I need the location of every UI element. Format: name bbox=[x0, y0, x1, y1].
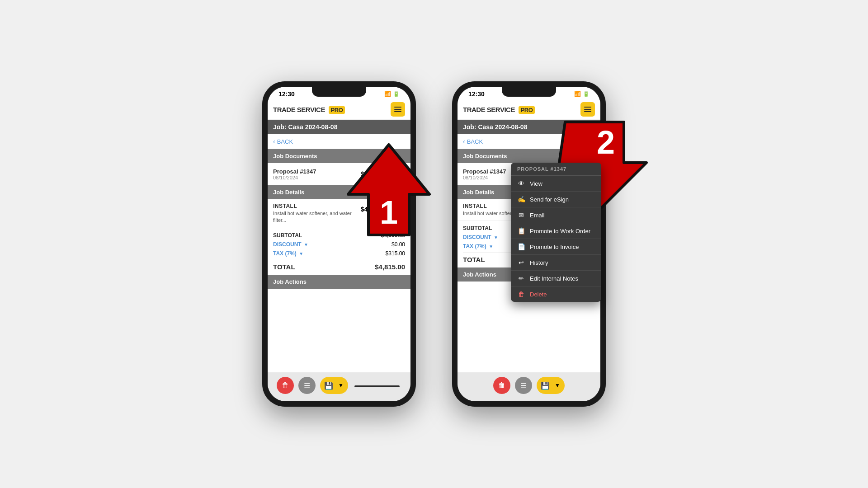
chevron-down-icon-1: ▼ bbox=[338, 382, 344, 389]
proposal-number-1: Proposal #1347 bbox=[273, 168, 316, 175]
job-actions-label-2: Job Actions bbox=[463, 271, 496, 278]
email-label: Email bbox=[530, 212, 545, 219]
phone-2: 12:30 📶 🔋 TRADE SERVICE PRO bbox=[452, 81, 606, 407]
discount-arrow-icon-1: ▼ bbox=[304, 242, 308, 247]
list-icon-2: ☰ bbox=[520, 381, 527, 390]
grand-total-label-1: TOTAL bbox=[273, 263, 295, 271]
grand-total-label-2: TOTAL bbox=[463, 256, 485, 263]
context-menu-email[interactable]: ✉ Email bbox=[511, 207, 601, 223]
save-dropdown-button-1[interactable]: ▼ bbox=[334, 377, 348, 394]
context-menu: PROPOSAL #1347 👁 View ✍ Send for eSign ✉… bbox=[511, 163, 601, 302]
tax-label-2: TAX (7%) ▼ bbox=[463, 243, 493, 249]
back-chevron-icon-1: ‹ bbox=[273, 138, 275, 145]
tax-label-1: TAX (7%) ▼ bbox=[273, 250, 303, 257]
save-group-1: 💾 ▼ bbox=[320, 377, 348, 394]
tax-value-1: $315.00 bbox=[386, 250, 405, 257]
time-1: 12:30 bbox=[278, 90, 295, 98]
context-menu-delete[interactable]: 🗑 Delete bbox=[511, 286, 601, 302]
esign-icon: ✍ bbox=[517, 196, 525, 203]
tax-arrow-icon-1: ▼ bbox=[299, 251, 303, 256]
bottom-toolbar-1: 🗑 ☰ 💾 ▼ bbox=[268, 372, 410, 401]
menu-button-2[interactable] bbox=[580, 102, 595, 117]
three-dots-icon-1 bbox=[396, 174, 402, 175]
context-menu-promote-wo[interactable]: 📋 Promote to Work Order bbox=[511, 223, 601, 239]
list-icon-1: ☰ bbox=[304, 381, 310, 390]
install-label-1: INSTALL bbox=[273, 203, 361, 209]
app-name-1: TRADE SERVICE bbox=[273, 106, 325, 113]
context-menu-view[interactable]: 👁 View bbox=[511, 176, 601, 192]
discount-row-1: DISCOUNT ▼ $0.00 bbox=[273, 240, 405, 249]
content-1: Job Documents Proposal #1347 08/10/2024 … bbox=[268, 149, 410, 372]
job-title-text-1: Job: Casa 2024-08-08 bbox=[273, 123, 337, 131]
save-group-2: 💾 ▼ bbox=[537, 377, 565, 394]
app-header-1: TRADE SERVICE PRO bbox=[268, 99, 410, 120]
phone-1: 12:30 📶 🔋 TRADE SERVICE PRO bbox=[262, 81, 416, 407]
proposal-amount-1: $4,815.00 bbox=[361, 170, 389, 178]
list-button-1[interactable]: ☰ bbox=[298, 377, 316, 394]
install-row-1: INSTALL Install hot water softener, and … bbox=[268, 199, 410, 228]
job-documents-header-2: Job Documents bbox=[458, 149, 600, 163]
context-menu-title: PROPOSAL #1347 bbox=[511, 163, 601, 176]
discount-value-1: $0.00 bbox=[392, 241, 405, 248]
wifi-icon-1: 📶 bbox=[384, 91, 391, 97]
install-amount-area-1: $4,500.00 bbox=[361, 203, 405, 216]
delete-button-2[interactable]: 🗑 bbox=[493, 377, 510, 394]
menu-button-1[interactable] bbox=[391, 102, 405, 117]
edit-notes-icon: ✏ bbox=[517, 275, 525, 282]
delete-icon: 🗑 bbox=[517, 291, 525, 298]
context-menu-promote-inv[interactable]: 📄 Promote to Invoice bbox=[511, 239, 601, 255]
promote-inv-label: Promote to Invoice bbox=[530, 244, 579, 250]
app-name-2: TRADE SERVICE bbox=[463, 106, 515, 113]
delete-button-1[interactable]: 🗑 bbox=[277, 377, 294, 394]
battery-icon-1: 🔋 bbox=[393, 91, 400, 97]
proposal-date-1: 08/10/2024 bbox=[273, 175, 316, 180]
back-label-2: BACK bbox=[467, 138, 483, 145]
subtotal-value-1: $4,500.00 bbox=[381, 232, 405, 239]
list-button-2[interactable]: ☰ bbox=[515, 377, 532, 394]
context-menu-esign[interactable]: ✍ Send for eSign bbox=[511, 192, 601, 207]
job-documents-label-2: Job Documents bbox=[463, 153, 507, 160]
view-label: View bbox=[530, 180, 542, 187]
view-icon: 👁 bbox=[517, 180, 525, 187]
back-nav-2[interactable]: ‹ BACK bbox=[458, 134, 600, 149]
totals-section-1: SUBTOTAL $4,500.00 DISCOUNT ▼ $0.00 TAX … bbox=[268, 228, 410, 275]
install-dots-button-1[interactable] bbox=[392, 203, 405, 216]
promote-inv-icon: 📄 bbox=[517, 243, 525, 250]
job-details-label-1: Job Details bbox=[273, 189, 304, 196]
job-actions-label-1: Job Actions bbox=[273, 278, 307, 285]
promote-wo-label: Promote to Work Order bbox=[530, 228, 590, 235]
context-menu-history[interactable]: ↩ History bbox=[511, 255, 601, 271]
proposal-row-1: Proposal #1347 08/10/2024 $4,815.00 bbox=[268, 163, 410, 185]
esign-label: Send for eSign bbox=[530, 196, 569, 203]
install-dots-icon-1 bbox=[396, 209, 402, 210]
pro-badge-2: PRO bbox=[519, 106, 535, 114]
discount-label-1: DISCOUNT ▼ bbox=[273, 241, 308, 248]
app-logo-2: TRADE SERVICE PRO bbox=[463, 106, 535, 113]
edit-notes-label: Edit Internal Notes bbox=[530, 275, 578, 282]
proposal-number-2: Proposal #1347 bbox=[463, 168, 506, 175]
promote-wo-icon: 📋 bbox=[517, 227, 525, 235]
phone-shell-2: 12:30 📶 🔋 TRADE SERVICE PRO bbox=[452, 81, 606, 407]
back-nav-1[interactable]: ‹ BACK bbox=[268, 134, 410, 149]
proposal-dots-button-1[interactable] bbox=[392, 168, 405, 180]
history-icon: ↩ bbox=[517, 259, 525, 266]
discount-arrow-icon-2: ▼ bbox=[494, 235, 498, 240]
job-title-text-2: Job: Casa 2024-08-08 bbox=[463, 123, 527, 131]
hamburger-icon-1 bbox=[394, 107, 401, 112]
job-details-header-1: Job Details bbox=[268, 185, 410, 199]
notch-2 bbox=[502, 87, 556, 97]
save-dropdown-button-2[interactable]: ▼ bbox=[550, 377, 565, 394]
job-title-bar-1: Job: Casa 2024-08-08 bbox=[268, 120, 410, 134]
grand-total-value-1: $4,815.00 bbox=[375, 263, 405, 271]
history-label: History bbox=[530, 259, 548, 266]
pro-badge-1: PRO bbox=[329, 106, 345, 114]
email-icon: ✉ bbox=[517, 211, 525, 219]
save-icon-1: 💾 bbox=[324, 381, 333, 390]
discount-label-2: DISCOUNT ▼ bbox=[463, 234, 498, 240]
save-icon-2: 💾 bbox=[541, 381, 550, 390]
delete-label: Delete bbox=[530, 291, 547, 298]
install-info-1: INSTALL Install hot water softener, and … bbox=[273, 203, 361, 224]
battery-icon-2: 🔋 bbox=[583, 91, 590, 97]
context-menu-edit-notes[interactable]: ✏ Edit Internal Notes bbox=[511, 271, 601, 286]
app-header-2: TRADE SERVICE PRO bbox=[458, 99, 600, 120]
